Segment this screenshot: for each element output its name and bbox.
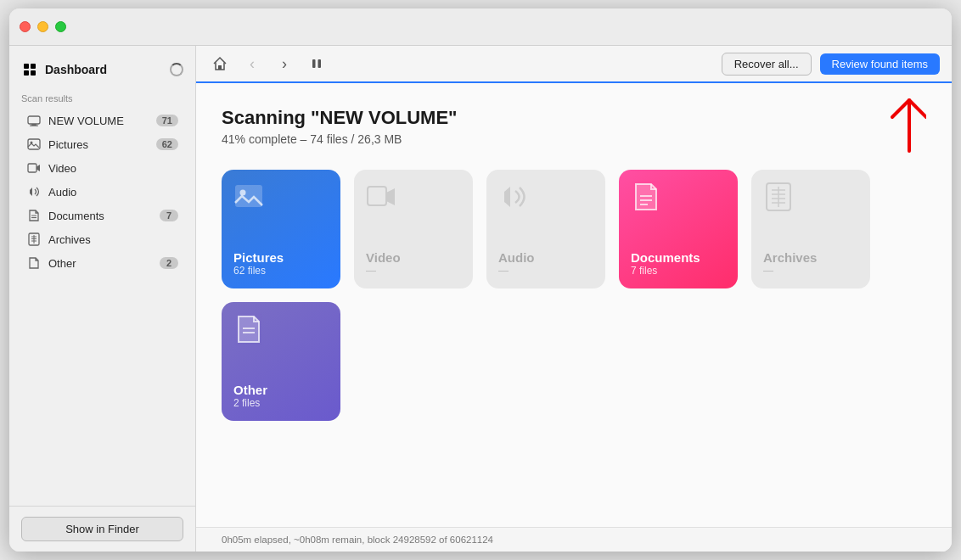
card-archives-count: — — [763, 265, 773, 277]
maximize-button[interactable] — [55, 21, 66, 32]
card-video-label: Video — [366, 250, 401, 265]
sidebar-badge-pictures: 62 — [156, 138, 178, 150]
other-icon — [26, 255, 42, 271]
sidebar-item-label-audio: Audio — [48, 186, 178, 199]
audio-icon — [26, 184, 42, 199]
toolbar: ‹ › Recover all... Review found items — [196, 46, 952, 83]
card-pictures-icon — [233, 182, 264, 219]
card-archives-icon — [763, 182, 794, 219]
sidebar-item-label-documents: Documents — [48, 210, 160, 222]
svg-point-17 — [240, 190, 246, 196]
new-volume-icon — [26, 113, 42, 128]
traffic-lights — [20, 21, 66, 32]
scan-subtitle: 41% complete – 74 files / 26,3 MB — [222, 132, 926, 146]
card-pictures[interactable]: Pictures 62 files — [222, 170, 340, 288]
svg-rect-18 — [368, 187, 386, 205]
card-other-label: Other — [233, 383, 267, 397]
card-video-count: — — [366, 265, 376, 277]
main-body: Scanning "NEW VOLUME" 41% complete – 74 … — [196, 83, 952, 527]
card-documents-icon — [631, 182, 661, 219]
card-documents-label: Documents — [631, 250, 700, 265]
sidebar-item-label-archives: Archives — [48, 233, 178, 246]
sidebar-item-audio[interactable]: Audio — [14, 180, 190, 204]
window-body: Dashboard Scan results NEW VOLUME 71 — [9, 46, 952, 552]
back-button[interactable]: ‹ — [240, 52, 264, 76]
card-audio-label: Audio — [498, 250, 535, 265]
sidebar-item-new-volume[interactable]: NEW VOLUME 71 — [14, 109, 190, 132]
sidebar-badge-documents: 7 — [160, 210, 178, 221]
main-footer: 0h05m elapsed, ~0h08m remain, block 2492… — [196, 527, 952, 552]
card-pictures-label: Pictures — [233, 250, 284, 265]
sidebar-item-label-new-volume: NEW VOLUME — [48, 115, 156, 127]
card-video[interactable]: Video — — [354, 170, 473, 288]
show-in-finder-button[interactable]: Show in Finder — [21, 517, 183, 541]
card-documents[interactable]: Documents 7 files — [619, 170, 738, 288]
svg-rect-14 — [312, 59, 316, 68]
sidebar-badge-other: 2 — [160, 257, 178, 269]
close-button[interactable] — [20, 21, 31, 32]
sidebar-item-archives[interactable]: Archives — [14, 227, 190, 251]
sidebar-bottom: Show in Finder — [9, 506, 195, 552]
dashboard-label: Dashboard — [45, 63, 170, 76]
loading-spinner — [170, 63, 183, 76]
pictures-icon — [26, 137, 42, 152]
documents-icon — [26, 208, 42, 223]
svg-rect-5 — [28, 164, 37, 172]
card-archives[interactable]: Archives — — [751, 170, 870, 288]
card-other[interactable]: Other 2 files — [222, 302, 340, 421]
minimize-button[interactable] — [37, 21, 48, 32]
card-documents-count: 7 files — [631, 265, 657, 277]
sidebar-item-label-video: Video — [48, 162, 178, 175]
sidebar: Dashboard Scan results NEW VOLUME 71 — [9, 46, 196, 552]
cards-grid: Pictures 62 files Video — — [222, 170, 926, 421]
card-audio-icon — [498, 182, 529, 219]
svg-rect-2 — [30, 126, 38, 126]
forward-button[interactable]: › — [273, 52, 296, 76]
card-other-count: 2 files — [233, 397, 260, 409]
main-content: ‹ › Recover all... Review found items — [196, 46, 952, 552]
dashboard-icon — [21, 61, 38, 78]
recover-all-button[interactable]: Recover all... — [722, 53, 812, 76]
card-other-icon — [233, 314, 264, 351]
svg-rect-15 — [318, 59, 322, 68]
sidebar-item-video[interactable]: Video — [14, 156, 190, 180]
archives-icon — [26, 232, 42, 247]
footer-status-text: 0h05m elapsed, ~0h08m remain, block 2492… — [222, 535, 493, 545]
video-icon — [26, 160, 42, 176]
card-pictures-count: 62 files — [233, 265, 266, 277]
sidebar-item-label-other: Other — [48, 257, 160, 270]
titlebar — [9, 8, 952, 46]
sidebar-item-label-pictures: Pictures — [48, 138, 156, 151]
scan-title: Scanning "NEW VOLUME" — [222, 107, 926, 129]
svg-rect-16 — [235, 185, 262, 207]
home-button[interactable] — [208, 52, 232, 76]
review-found-button[interactable]: Review found items — [820, 53, 940, 75]
svg-rect-3 — [28, 139, 40, 149]
scan-results-label: Scan results — [9, 90, 195, 109]
svg-rect-13 — [218, 65, 222, 70]
app-window: Dashboard Scan results NEW VOLUME 71 — [9, 8, 952, 552]
pause-button[interactable] — [305, 52, 329, 76]
card-video-icon — [366, 182, 396, 219]
svg-rect-0 — [28, 116, 40, 124]
card-audio[interactable]: Audio — — [486, 170, 605, 288]
card-archives-label: Archives — [763, 250, 817, 265]
sidebar-dashboard[interactable]: Dashboard — [9, 54, 195, 85]
sidebar-item-pictures[interactable]: Pictures 62 — [14, 132, 190, 156]
sidebar-item-other[interactable]: Other 2 — [14, 251, 190, 275]
card-audio-count: — — [498, 265, 509, 277]
sidebar-badge-new-volume: 71 — [156, 115, 178, 126]
sidebar-item-documents[interactable]: Documents 7 — [14, 204, 190, 227]
